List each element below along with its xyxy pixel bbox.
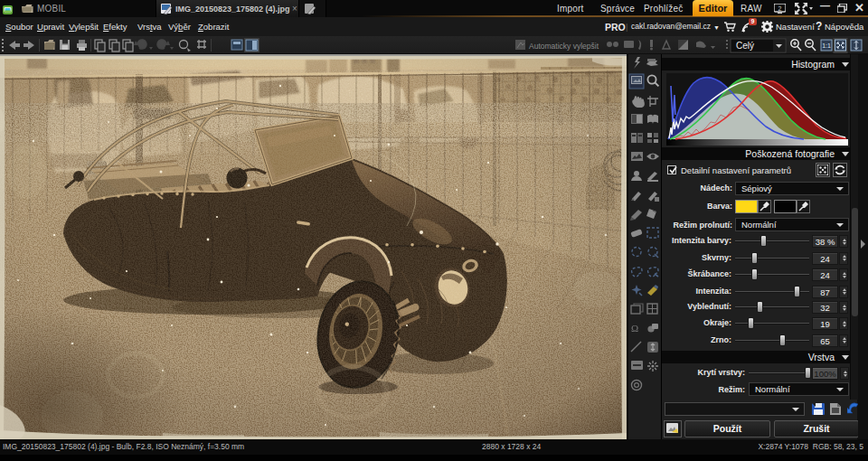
svg-text:Automaticky vylepšit: Automaticky vylepšit [529, 42, 599, 51]
svg-text:2: 2 [778, 5, 782, 12]
svg-text:1:1: 1:1 [822, 42, 831, 49]
svg-text:Celý: Celý [736, 41, 754, 51]
svg-text:Ω: Ω [631, 323, 638, 334]
